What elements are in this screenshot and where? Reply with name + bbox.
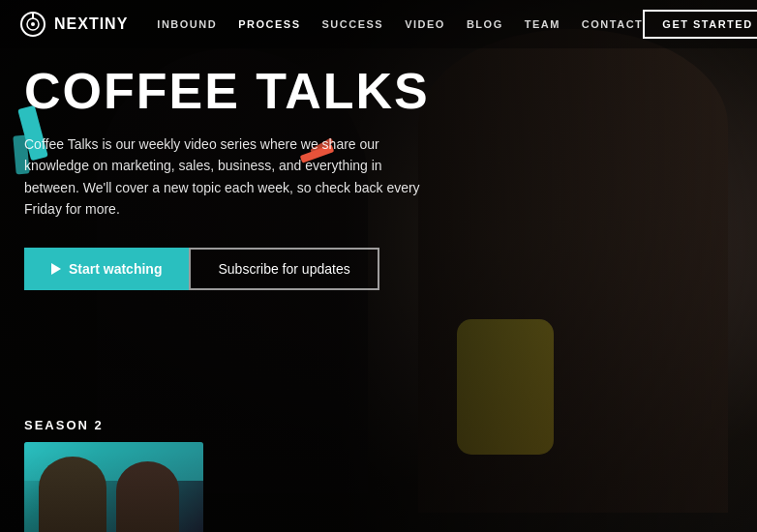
thumbnail-person-1 (39, 457, 106, 532)
hero-buttons: Start watching Subscribe for updates (24, 248, 469, 290)
nav-success[interactable]: SUCCESS (321, 18, 383, 30)
subscribe-button[interactable]: Subscribe for updates (189, 248, 378, 290)
season-section: SEASON 2 (0, 406, 757, 532)
nav-contact[interactable]: CONTACT (582, 18, 643, 30)
nav-inbound[interactable]: INBOUND (157, 18, 217, 30)
nav-team[interactable]: TEAM (525, 18, 560, 30)
brand-name: NEXTINY (54, 15, 128, 33)
thumbnail-person-2 (116, 461, 179, 532)
start-watching-label: Start watching (69, 261, 162, 277)
play-icon (51, 263, 61, 275)
nav-process[interactable]: PROCESS (238, 18, 300, 30)
logo-icon (19, 11, 46, 38)
nav-video[interactable]: VIDEO (405, 18, 445, 30)
svg-point-2 (31, 22, 35, 26)
hero-content: COFFEE TALKS Coffee Talks is our weekly … (24, 66, 469, 290)
nav-links: INBOUND PROCESS SUCCESS VIDEO BLOG TEAM … (157, 18, 643, 30)
hero-title: COFFEE TALKS (24, 66, 469, 116)
season-label: SEASON 2 (24, 418, 733, 432)
navbar: NEXTINY INBOUND PROCESS SUCCESS VIDEO BL… (0, 0, 757, 48)
hero-description: Coffee Talks is our weekly video series … (24, 133, 431, 221)
get-started-button[interactable]: GET STARTED (643, 10, 757, 39)
start-watching-button[interactable]: Start watching (24, 248, 189, 290)
nav-blog[interactable]: BLOG (467, 18, 503, 30)
logo-area[interactable]: NEXTINY (19, 11, 128, 38)
season-thumbnail[interactable] (24, 442, 203, 532)
